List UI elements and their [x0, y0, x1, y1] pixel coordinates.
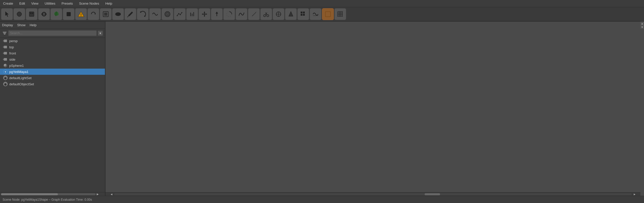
wave2-tool[interactable] — [310, 8, 321, 20]
svg-rect-2 — [30, 13, 31, 14]
tree-item-label: front — [9, 51, 16, 55]
scroll-right-arrow[interactable]: ▶ — [633, 193, 636, 196]
grid-tool[interactable] — [297, 8, 309, 20]
target-tool[interactable] — [162, 8, 173, 20]
lightset-icon: ⬤ — [3, 76, 8, 80]
svg-line-14 — [127, 16, 128, 17]
move-tool[interactable] — [13, 8, 25, 20]
tree-item-defaultObjectSet[interactable]: ⬤ defaultObjectSet — [0, 81, 105, 87]
box-tool[interactable] — [26, 8, 38, 20]
curve-tool[interactable] — [236, 8, 247, 20]
sub-menu-bar: Display Show Help — [0, 22, 105, 29]
yeti-icon: Y — [3, 69, 8, 74]
camera-icon — [3, 51, 8, 56]
tree-item-pSphere1[interactable]: pSphere1 — [0, 62, 105, 69]
svg-text:⬤: ⬤ — [4, 77, 7, 80]
svg-point-30 — [267, 15, 269, 17]
svg-point-7 — [45, 13, 47, 15]
scatter-tool[interactable] — [38, 8, 50, 20]
svg-rect-38 — [301, 14, 302, 16]
scene-tree[interactable]: persp top front side pSphere1 — [0, 38, 105, 192]
menu-edit[interactable]: Edit — [18, 1, 26, 6]
menu-help[interactable]: Help — [104, 1, 113, 6]
tree-item-front[interactable]: front — [0, 50, 105, 56]
arrow-tool[interactable] — [211, 8, 223, 20]
search-container: ▼ — [0, 29, 105, 38]
leaf-tool[interactable] — [50, 8, 62, 20]
brush-tool[interactable] — [248, 8, 260, 20]
svg-point-20 — [177, 15, 178, 16]
svg-rect-54 — [4, 40, 7, 42]
move2-tool[interactable] — [199, 8, 210, 20]
cone-tool[interactable] — [285, 8, 297, 20]
tree-item-top[interactable]: top — [0, 44, 105, 50]
graph-tool[interactable] — [174, 8, 186, 20]
tree-item-persp[interactable]: persp — [0, 38, 105, 44]
svg-rect-9 — [67, 12, 71, 16]
svg-rect-42 — [326, 12, 330, 16]
scissors-tool[interactable] — [260, 8, 272, 20]
svg-rect-58 — [4, 52, 7, 54]
svg-marker-57 — [3, 46, 4, 48]
pen-tool[interactable] — [124, 8, 136, 20]
svg-rect-39 — [303, 14, 305, 16]
left-scrollbar-thumb[interactable] — [1, 193, 58, 195]
submenu-display[interactable]: Display — [2, 23, 13, 27]
grid2-tool[interactable] — [334, 8, 346, 20]
status-bar: Scene Node: pgYetiMaya1Shape – Graph Eva… — [0, 196, 644, 203]
svg-rect-56 — [4, 46, 7, 48]
tree-item-side[interactable]: side — [0, 56, 105, 62]
lightset-icon: ⬤ — [3, 82, 8, 86]
paint-tool[interactable] — [322, 8, 334, 20]
wave-tool[interactable] — [149, 8, 161, 20]
scroll-track-h[interactable] — [114, 193, 632, 195]
frame-tool[interactable] — [100, 8, 112, 20]
menu-create[interactable]: Create — [2, 1, 14, 6]
camera-icon — [3, 45, 8, 49]
tree-item-pgYetiMaya1[interactable]: Y pgYetiMaya1 — [0, 69, 105, 75]
submenu-help[interactable]: Help — [30, 23, 37, 27]
tree-item-label: defaultObjectSet — [9, 82, 34, 86]
circle-tool[interactable] — [223, 8, 235, 20]
svg-rect-3 — [32, 13, 33, 14]
search-input[interactable] — [8, 30, 97, 36]
tree-item-label: defaultLightSet — [9, 76, 32, 80]
graph-area — [105, 22, 640, 192]
move3-tool[interactable] — [273, 8, 284, 20]
svg-point-13 — [115, 12, 121, 16]
svg-marker-61 — [3, 59, 4, 60]
warning-tool[interactable]: ! — [75, 8, 87, 20]
svg-point-16 — [144, 16, 146, 17]
tree-item-defaultLightSet[interactable]: ⬤ defaultLightSet — [0, 75, 105, 81]
menu-bar: Create Edit View Utilities Presets Scene… — [0, 0, 644, 7]
main-layout: Display Show Help ▼ persp — [0, 22, 644, 196]
svg-rect-1 — [29, 12, 34, 16]
right-panel: ▲ ▼ ◀ ▶ — [105, 22, 644, 196]
filter-icon — [2, 31, 7, 36]
left-scrollbar-track[interactable] — [1, 193, 96, 195]
scroll-up-arrow[interactable]: ▲ — [640, 22, 644, 25]
tree-item-label: pgYetiMaya1 — [9, 70, 29, 74]
menu-presets[interactable]: Presets — [60, 1, 74, 6]
svg-rect-37 — [303, 12, 305, 13]
rotate-tool[interactable] — [87, 8, 99, 20]
menu-view[interactable]: View — [30, 1, 39, 6]
submenu-show[interactable]: Show — [17, 23, 26, 27]
scroll-thumb-h[interactable] — [425, 193, 440, 195]
mask-tool[interactable] — [112, 8, 124, 20]
counter-tool[interactable] — [186, 8, 198, 20]
svg-point-21 — [178, 13, 179, 14]
left-scroll-right-arrow[interactable]: ▶ — [96, 192, 100, 196]
menu-scene-nodes[interactable]: Scene Nodes — [78, 1, 100, 6]
left-scrollbar[interactable]: ▶ — [0, 192, 105, 196]
scroll-down-arrow[interactable]: ▼ — [640, 25, 644, 29]
arc-tool[interactable] — [137, 8, 149, 20]
svg-point-6 — [41, 13, 43, 15]
bucket-tool[interactable] — [63, 8, 75, 20]
svg-text:Y: Y — [5, 71, 6, 73]
select-tool[interactable] — [1, 8, 13, 20]
scroll-left-arrow[interactable]: ◀ — [110, 193, 113, 196]
search-dropdown-button[interactable]: ▼ — [98, 31, 103, 36]
svg-point-22 — [180, 14, 181, 15]
menu-utilities[interactable]: Utilities — [43, 1, 56, 6]
